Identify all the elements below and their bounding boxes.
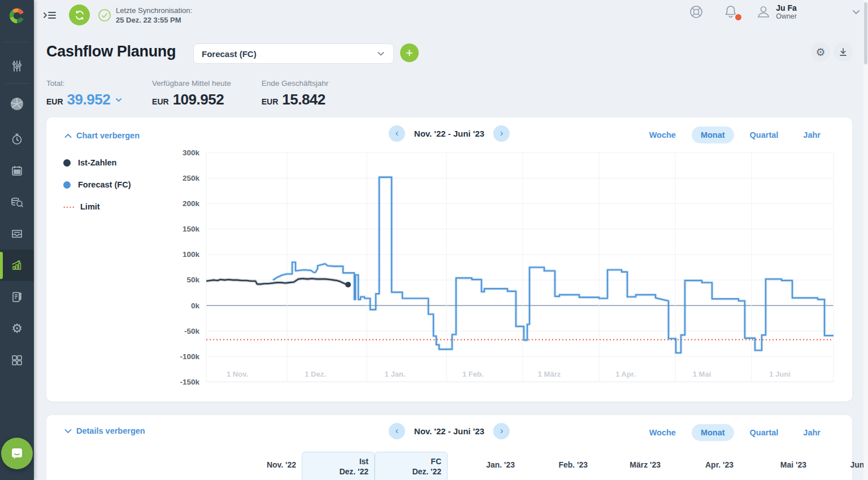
stat-fiscal-value: 15.842 [282,91,326,108]
page-title: Cashflow Planung [46,43,176,60]
svg-text:-100k: -100k [180,352,199,361]
svg-text:1 Jan.: 1 Jan. [385,370,406,378]
sync-button[interactable] [69,5,90,25]
svg-text:1 Mai: 1 Mai [693,370,711,378]
forecast-dot-icon [63,181,71,189]
tab-monat[interactable]: Monat [692,126,734,143]
stat-available-value: 109.952 [173,91,224,108]
svg-text:1 Feb.: 1 Feb. [462,370,484,378]
sidebar-item-apps[interactable] [0,344,34,376]
svg-text:1 Apr.: 1 Apr. [615,370,636,378]
details-column-juni23: Juni '23 [812,452,868,480]
sidebar-item-reports[interactable] [0,281,34,313]
details-toggle-label: Details verbergen [76,426,145,435]
svg-text:250k: 250k [183,174,200,182]
download-icon [839,47,848,57]
tab-quartal[interactable]: Quartal [741,126,788,143]
add-scenario-button[interactable]: + [400,43,419,62]
svg-text:300k: 300k [183,149,200,157]
scenario-select-value: Forecast (FC) [202,49,257,59]
sidebar-item-account[interactable] [0,88,34,120]
currency-label: EUR [46,97,63,106]
help-button[interactable] [689,5,704,19]
download-button[interactable] [834,42,853,62]
chevron-left-icon: ‹ [395,128,398,138]
sidebar-item-filters[interactable] [0,50,34,82]
tab-jahr[interactable]: Jahr [794,424,830,441]
grid-icon [11,354,23,366]
prev-period-button[interactable]: ‹ [389,125,405,142]
column-month-label: Juni '23 [812,460,868,469]
gear-icon: ⚙ [11,322,23,335]
currency-label: EUR [262,97,279,106]
scenario-select[interactable]: Forecast (FC) [193,43,394,64]
svg-text:-150k: -150k [180,378,199,386]
details-range-label: Nov. '22 - Juni '23 [414,426,484,436]
user-name: Ju Fa [776,3,797,12]
page-scrollbar[interactable] [863,0,868,480]
column-month-label: Dez. '22 [302,466,368,477]
details-column-nov22: Nov. '22 [229,452,302,480]
plus-icon: + [406,46,413,60]
gear-icon: ⚙ [815,46,825,59]
chart-settings-button[interactable]: ⚙ [811,42,830,62]
sidebar-separator [5,42,29,42]
details-card-header: Details verbergen ‹ Nov. '22 - Juni '23 … [46,415,852,447]
chevron-up-icon [64,133,72,138]
legend-item-limit[interactable]: ···· Limit [63,200,131,213]
chart-toggle-link[interactable]: Chart verbergen [64,131,140,140]
legend-label: Forecast (FC) [78,180,131,189]
next-period-button[interactable]: › [493,423,510,439]
chart-toggle-label: Chart verbergen [76,131,140,140]
chevron-left-icon: ‹ [395,426,398,435]
cashflow-chart[interactable]: 300k250k200k150k100k50k0k-50k-100k-150k1… [46,117,852,402]
sidebar-item-liquidity[interactable] [0,186,34,218]
details-toggle-link[interactable]: Details verbergen [64,426,145,435]
sidebar-item-settings[interactable]: ⚙ [0,313,34,344]
legend-item-ist[interactable]: Ist-Zahlen [63,156,131,169]
app-logo-icon[interactable] [0,0,34,32]
stat-total-label: Total: [46,79,123,88]
legend-item-forecast[interactable]: Forecast (FC) [63,178,131,191]
tab-woche[interactable]: Woche [640,424,685,441]
svg-text:1 Dez.: 1 Dez. [305,370,326,378]
user-menu-chevron-icon[interactable] [851,7,861,17]
total-expand-chevron-icon[interactable] [115,96,123,104]
svg-text:200k: 200k [183,199,200,208]
sidebar-item-cashflow-planning[interactable] [0,250,34,281]
sidebar-item-inbox[interactable] [0,218,34,250]
svg-text:1 Nov.: 1 Nov. [227,370,248,378]
next-period-button[interactable]: › [493,125,510,142]
svg-text:100k: 100k [183,250,200,259]
stat-total-value: 39.952 [67,91,111,108]
details-column-headers: Nov. '22IstDez. '22FCDez. '22Jan. '23Feb… [229,452,868,480]
document-pen-icon [11,291,23,303]
scrollbar-thumb[interactable] [864,2,867,64]
stat-available: Verfügbare Mittel heute EUR 109.952 [152,79,231,108]
prev-period-button[interactable]: ‹ [389,423,405,439]
chat-button[interactable] [1,438,33,469]
tab-jahr[interactable]: Jahr [794,126,830,143]
stat-available-label: Verfügbare Mittel heute [152,79,231,88]
chevron-right-icon: › [500,128,504,138]
sidebar-item-calendar[interactable] [0,155,34,186]
avatar-pie-icon [10,97,24,111]
user-menu[interactable]: Ju Fa Owner [756,3,797,20]
sidebar-item-time[interactable] [0,123,34,155]
tab-woche[interactable]: Woche [640,126,685,143]
collapse-sidebar-button[interactable] [42,6,58,24]
notifications-button[interactable] [724,5,737,19]
chart-legend: Ist-Zahlen Forecast (FC) ···· Limit [63,156,131,222]
stat-fiscal-label: Ende Geschäftsjahr [262,79,329,88]
details-column-dez22[interactable]: FCDez. '22 [375,452,448,480]
svg-text:50k: 50k [186,276,199,284]
svg-text:150k: 150k [183,225,200,233]
details-card: Details verbergen ‹ Nov. '22 - Juni '23 … [46,415,852,480]
limit-dashes-icon: ···· [63,203,76,211]
column-sub-label: Ist [302,456,368,466]
legend-label: Limit [80,202,100,211]
tab-quartal[interactable]: Quartal [741,424,788,441]
details-column-dez22[interactable]: IstDez. '22 [302,452,375,480]
chart-range-label: Nov. '22 - Juni '23 [414,129,484,138]
tab-monat[interactable]: Monat [692,424,734,441]
